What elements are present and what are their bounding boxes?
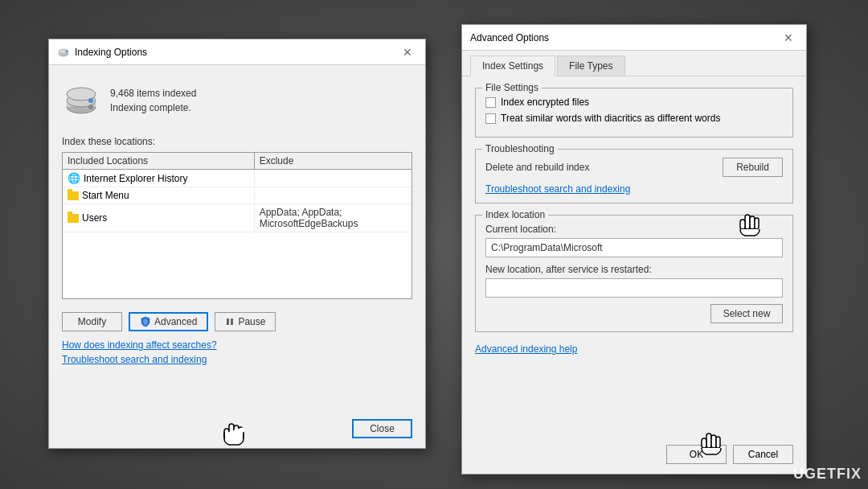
tab-index-settings[interactable]: Index Settings — [470, 55, 555, 76]
watermark: UGETFIX — [793, 466, 862, 483]
status-section: 9,468 items indexed Indexing complete. — [62, 75, 412, 126]
current-location-label: Current location: — [485, 224, 783, 235]
ok-button[interactable]: OK — [666, 445, 727, 464]
new-location-input[interactable] — [485, 278, 783, 298]
svg-point-3 — [66, 50, 68, 52]
diacritics-checkbox[interactable] — [485, 113, 496, 124]
location-name-ie: 🌐 Internet Explorer History — [63, 170, 255, 187]
cancel-button[interactable]: Cancel — [733, 445, 793, 464]
advanced-footer: OK Cancel — [666, 445, 793, 464]
indexing-titlebar: Indexing Options ✕ — [49, 39, 425, 65]
tab-file-types[interactable]: File Types — [557, 55, 624, 76]
troubleshooting-title: Troubleshooting — [482, 143, 558, 154]
status-complete: Indexing complete. — [110, 102, 412, 113]
shield-icon — [140, 316, 151, 327]
svg-rect-11 — [231, 318, 233, 325]
location-name-startmenu: Start Menu — [63, 187, 255, 203]
pause-button[interactable]: Pause — [215, 312, 276, 331]
how-indexing-link[interactable]: How does indexing affect searches? — [62, 339, 412, 351]
troubleshoot-link-indexing[interactable]: Troubleshoot search and indexing — [62, 354, 412, 365]
ie-location-text: Internet Explorer History — [84, 173, 187, 184]
hdd-icon — [62, 81, 100, 120]
new-location-label: New location, after service is restarted… — [485, 264, 783, 275]
users-location-text: Users — [82, 212, 107, 224]
indexing-title-icon — [57, 46, 70, 59]
encrypted-label: Index encrypted files — [501, 97, 589, 108]
advanced-close-button[interactable]: ✕ — [779, 28, 798, 47]
rebuild-row: Delete and rebuild index Rebuild — [485, 158, 783, 177]
advanced-button-label: Advanced — [154, 316, 197, 327]
index-location-title: Index location — [482, 209, 548, 220]
indexing-close-button[interactable]: ✕ — [398, 43, 417, 62]
close-main-button[interactable]: Close — [352, 419, 412, 438]
modify-button[interactable]: Modify — [62, 312, 122, 331]
delete-rebuild-label: Delete and rebuild index — [485, 162, 589, 173]
titlebar-title-group: Indexing Options — [57, 46, 147, 59]
file-settings-title: File Settings — [482, 82, 542, 93]
indexing-title-text: Indexing Options — [75, 47, 147, 58]
col-included-header: Included Locations — [63, 153, 255, 169]
select-new-button[interactable]: Select new — [710, 304, 783, 323]
troubleshooting-group: Troubleshooting Delete and rebuild index… — [475, 149, 793, 203]
svg-rect-12 — [229, 424, 234, 438]
location-row-users[interactable]: Users AppData; AppData; MicrosoftEdgeBac… — [63, 204, 411, 232]
index-location-group: Index location Current location: New loc… — [475, 215, 793, 332]
svg-rect-10 — [227, 318, 229, 325]
current-location-input[interactable] — [485, 238, 783, 257]
status-text-block: 9,468 items indexed Indexing complete. — [110, 88, 412, 113]
users-exclude: AppData; AppData; MicrosoftEdgeBackups — [255, 204, 411, 232]
location-row-ie[interactable]: 🌐 Internet Explorer History — [63, 170, 411, 187]
troubleshoot-search-link[interactable]: Troubleshoot search and indexing — [485, 183, 630, 195]
advanced-button[interactable]: Advanced — [129, 312, 208, 331]
svg-point-8 — [88, 98, 93, 103]
pause-icon — [225, 317, 235, 327]
indexing-footer: Close — [352, 419, 412, 438]
location-row-startmenu[interactable]: Start Menu — [63, 187, 411, 204]
rebuild-button[interactable]: Rebuild — [723, 158, 783, 177]
pause-button-label: Pause — [238, 316, 265, 327]
locations-table: Included Locations Exclude 🌐 Internet Ex… — [62, 152, 412, 299]
advanced-title-text: Advanced Options — [470, 32, 549, 43]
locations-header: Included Locations Exclude — [63, 153, 411, 170]
folder-icon-startmenu — [68, 191, 79, 200]
advanced-content: File Settings Index encrypted files Trea… — [462, 76, 806, 366]
startmenu-exclude — [255, 187, 411, 203]
ie-exclude — [255, 170, 411, 187]
encrypted-checkbox-row: Index encrypted files — [485, 97, 783, 108]
ie-icon: 🌐 — [68, 172, 80, 184]
svg-rect-14 — [239, 427, 243, 438]
advanced-titlebar: Advanced Options ✕ — [462, 25, 806, 51]
svg-rect-15 — [224, 429, 229, 438]
advanced-indexing-help-link[interactable]: Advanced indexing help — [475, 343, 577, 355]
dialog-buttons: Modify Advanced Pause — [62, 309, 412, 331]
index-locations-label: Index these locations: — [62, 136, 412, 147]
indexing-options-dialog: Indexing Options ✕ 9,468 items indexed I… — [48, 39, 426, 449]
svg-rect-13 — [234, 425, 239, 438]
svg-point-9 — [88, 105, 93, 109]
location-name-users: Users — [63, 204, 255, 232]
advanced-options-dialog: Advanced Options ✕ Index Settings File T… — [461, 24, 807, 475]
file-settings-group: File Settings Index encrypted files Trea… — [475, 88, 793, 138]
encrypted-checkbox[interactable] — [485, 97, 496, 108]
select-new-row: Select new — [485, 304, 783, 323]
tabs-bar: Index Settings File Types — [462, 51, 806, 76]
startmenu-location-text: Start Menu — [82, 190, 129, 201]
cursor-hand-advanced — [218, 409, 250, 450]
diacritics-checkbox-row: Treat similar words with diacritics as d… — [485, 113, 783, 124]
diacritics-label: Treat similar words with diacritics as d… — [501, 113, 720, 124]
folder-icon-users — [68, 214, 79, 223]
status-count: 9,468 items indexed — [110, 88, 412, 99]
indexing-content: 9,468 items indexed Indexing complete. I… — [49, 65, 425, 378]
locations-body: 🌐 Internet Explorer History Start Menu — [63, 170, 411, 298]
col-exclude-header: Exclude — [255, 153, 411, 169]
advanced-title-group: Advanced Options — [470, 32, 549, 43]
